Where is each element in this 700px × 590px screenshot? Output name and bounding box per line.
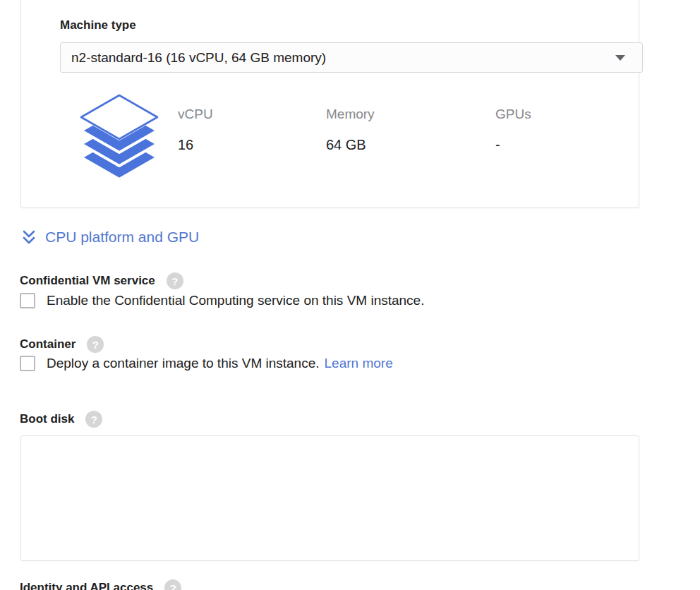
container-section-header: Container ? <box>20 336 104 353</box>
machine-type-select[interactable]: n2-standard-16 (16 vCPU, 64 GB memory) <box>60 42 643 73</box>
spec-gpus-label: GPUs <box>495 107 531 122</box>
cpu-platform-gpu-expander[interactable]: CPU platform and GPU <box>21 229 199 246</box>
container-checkbox[interactable] <box>20 356 35 371</box>
identity-api-label: Identity and API access <box>20 581 153 590</box>
container-help-icon[interactable]: ? <box>87 336 104 353</box>
machine-type-selected-value: n2-standard-16 (16 vCPU, 64 GB memory) <box>71 50 610 66</box>
spec-memory-label: Memory <box>326 107 375 122</box>
spec-memory-value: 64 GB <box>326 137 375 153</box>
container-checkbox-row: Deploy a container image to this VM inst… <box>20 356 393 371</box>
double-chevron-down-icon <box>21 229 37 246</box>
machine-layers-icon <box>80 94 159 180</box>
spec-vcpu: vCPU 16 <box>178 107 213 153</box>
machine-type-card: Machine type n2-standard-16 (16 vCPU, 64… <box>20 0 639 208</box>
confidential-vm-label: Confidential VM service <box>20 274 155 288</box>
container-checkbox-label: Deploy a container image to this VM inst… <box>47 356 393 371</box>
identity-api-help-icon[interactable]: ? <box>164 579 181 590</box>
container-label: Container <box>20 337 76 351</box>
confidential-checkbox[interactable] <box>20 293 35 308</box>
confidential-checkbox-row: Enable the Confidential Computing servic… <box>20 293 424 308</box>
machine-type-label: Machine type <box>60 18 136 32</box>
boot-disk-help-icon[interactable]: ? <box>85 411 102 428</box>
dropdown-arrow-icon <box>615 55 625 61</box>
boot-disk-section-header: Boot disk ? <box>20 411 102 428</box>
spec-gpus: GPUs - <box>495 107 531 153</box>
spec-gpus-value: - <box>495 137 531 153</box>
boot-disk-label: Boot disk <box>20 412 74 426</box>
confidential-vm-section-header: Confidential VM service ? <box>20 272 183 289</box>
learn-more-link[interactable]: Learn more <box>325 356 393 371</box>
spec-memory: Memory 64 GB <box>326 107 375 153</box>
identity-api-section-header: Identity and API access ? <box>20 579 181 590</box>
spec-vcpu-label: vCPU <box>178 107 213 122</box>
confidential-help-icon[interactable]: ? <box>167 272 183 289</box>
confidential-checkbox-label: Enable the Confidential Computing servic… <box>47 293 424 308</box>
spec-vcpu-value: 16 <box>178 137 213 153</box>
cpu-platform-gpu-label: CPU platform and GPU <box>45 229 199 246</box>
boot-disk-card: New 10 GB standard persistent disk Image… <box>20 435 639 561</box>
